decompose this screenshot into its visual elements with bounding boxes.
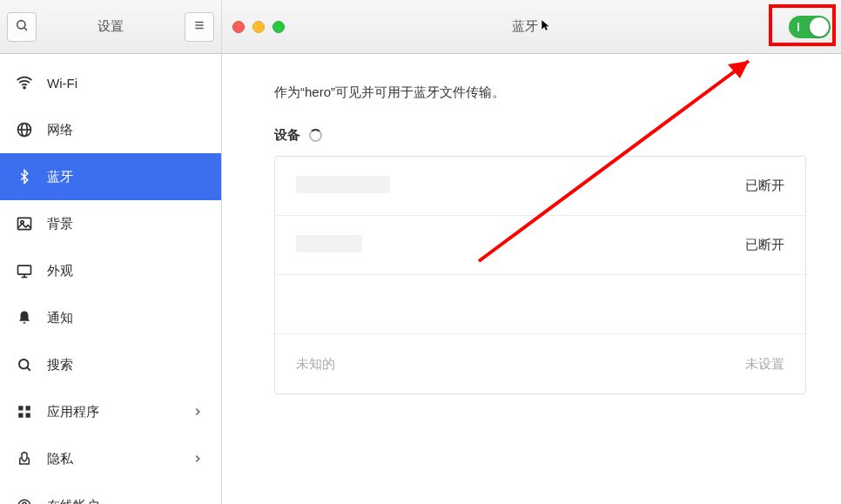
sidebar-item-label: 背景: [47, 216, 205, 232]
accounts-icon: [16, 497, 33, 504]
sidebar-item-notifications[interactable]: 通知: [0, 294, 221, 341]
svg-line-1: [24, 28, 27, 30]
sidebar-item-label: 在线帐户: [47, 498, 205, 505]
chevron-right-icon: [190, 404, 205, 420]
sidebar-item-label: 蓝牙: [47, 169, 205, 185]
redacted-placeholder: [296, 176, 390, 193]
visibility-text: 作为“hero”可见并可用于蓝牙文件传输。: [274, 84, 806, 101]
appearance-icon: [16, 262, 33, 279]
background-icon: [16, 215, 33, 232]
notifications-icon: [16, 309, 33, 326]
device-row[interactable]: 已断开: [275, 216, 805, 275]
sidebar-list: Wi-Fi网络蓝牙背景外观通知搜索应用程序隐私在线帐户: [0, 54, 221, 504]
window-controls: [232, 21, 285, 33]
chevron-right-icon: [190, 451, 205, 467]
device-row[interactable]: 已断开: [275, 157, 805, 216]
search-icon: [15, 18, 29, 35]
main-content: 作为“hero”可见并可用于蓝牙文件传输。 设备 已断开已断开未知的未设置: [222, 54, 841, 504]
wifi-icon: [16, 74, 33, 91]
sidebar-item-label: 应用程序: [47, 404, 176, 420]
network-icon: [16, 121, 33, 138]
sidebar-item-search[interactable]: 搜索: [0, 341, 221, 388]
svg-line-15: [27, 367, 30, 370]
svg-point-14: [19, 360, 29, 369]
sidebar-item-background[interactable]: 背景: [0, 200, 221, 247]
applications-icon: [16, 403, 33, 420]
sidebar-item-label: 隐私: [47, 451, 176, 467]
bluetooth-icon: [16, 168, 33, 185]
sidebar-item-network[interactable]: 网络: [0, 106, 221, 153]
search-icon: [16, 356, 33, 373]
privacy-icon: [16, 450, 33, 467]
bluetooth-toggle[interactable]: [789, 16, 831, 38]
device-list: 已断开已断开未知的未设置: [274, 156, 806, 394]
page-title-text: 蓝牙: [512, 18, 538, 35]
close-window-button[interactable]: [232, 21, 245, 33]
sidebar: 设置 Wi-Fi网络蓝牙背景外观通知搜索应用程序隐私在线帐户: [0, 0, 222, 504]
device-row[interactable]: 未知的未设置: [275, 334, 805, 393]
device-status: 已断开: [745, 237, 784, 253]
sidebar-header: 设置: [0, 0, 221, 54]
search-button[interactable]: [7, 12, 37, 42]
bluetooth-toggle-wrap: [789, 16, 831, 38]
device-name: [296, 176, 745, 196]
cursor-icon: [540, 19, 552, 34]
main-header: 蓝牙: [222, 0, 841, 54]
sidebar-item-appearance[interactable]: 外观: [0, 247, 221, 294]
menu-button[interactable]: [185, 12, 214, 42]
device-name: 未知的: [296, 356, 745, 373]
device-row[interactable]: [275, 275, 805, 334]
redacted-placeholder: [296, 235, 362, 252]
loading-spinner-icon: [309, 129, 322, 142]
svg-rect-17: [26, 406, 30, 410]
sidebar-item-privacy[interactable]: 隐私: [0, 435, 221, 482]
hamburger-icon: [193, 19, 205, 34]
sidebar-item-bluetooth[interactable]: 蓝牙: [0, 153, 221, 200]
svg-rect-11: [18, 265, 31, 274]
sidebar-item-accounts[interactable]: 在线帐户: [0, 482, 221, 504]
devices-header-label: 设备: [274, 127, 300, 144]
sidebar-item-label: 外观: [47, 263, 205, 279]
sidebar-item-label: Wi-Fi: [47, 76, 205, 91]
sidebar-item-wifi[interactable]: Wi-Fi: [0, 59, 221, 106]
svg-rect-16: [18, 406, 23, 410]
device-status: 已断开: [745, 178, 784, 194]
sidebar-title: 设置: [44, 18, 178, 35]
svg-rect-18: [18, 413, 23, 418]
page-title: 蓝牙: [512, 18, 552, 35]
svg-rect-9: [18, 218, 31, 229]
device-status: 未设置: [745, 356, 784, 373]
sidebar-item-label: 搜索: [47, 357, 205, 373]
svg-rect-19: [26, 413, 30, 418]
sidebar-item-applications[interactable]: 应用程序: [0, 388, 221, 435]
main-panel: 蓝牙 作为“hero”可见并可用于蓝牙文件传输。 设备 已断开已断开未知的未设置: [222, 0, 841, 504]
svg-point-0: [17, 21, 25, 29]
devices-header: 设备: [274, 127, 806, 144]
sidebar-item-label: 通知: [47, 310, 205, 326]
maximize-window-button[interactable]: [272, 21, 285, 33]
svg-point-5: [24, 87, 25, 89]
device-name: [296, 235, 745, 255]
sidebar-item-label: 网络: [47, 122, 205, 138]
minimize-window-button[interactable]: [252, 21, 265, 33]
